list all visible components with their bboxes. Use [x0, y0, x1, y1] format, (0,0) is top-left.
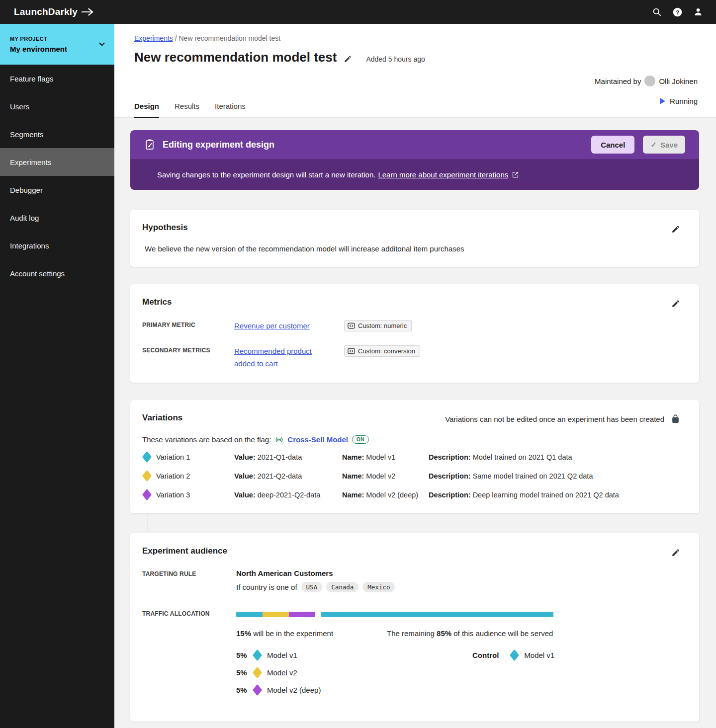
targeting-rule-name: North American Customers [236, 569, 395, 577]
country-pill-mexico: Mexico [362, 582, 395, 592]
variation-label: Variation 1 [156, 453, 190, 461]
variation-row: Variation 1 Value: 2021-Q1-data Name: Mo… [142, 451, 687, 463]
flag-link[interactable]: Cross-Sell Model [287, 435, 348, 444]
breadcrumb-experiments-link[interactable]: Experiments [134, 34, 173, 42]
variation-value: Value: deep-2021-Q2-data [234, 491, 342, 499]
variation-diamond-icon [142, 470, 152, 482]
save-button-label: Save [660, 141, 678, 149]
allocation-diamond-icon [253, 667, 262, 678]
variation-id: Variation 3 [142, 489, 234, 500]
edit-hypothesis-pencil-icon[interactable] [671, 225, 680, 234]
variations-head: Variations Variations can not be edited … [142, 413, 687, 424]
external-link-icon [512, 171, 519, 178]
traffic-allocation-bar [236, 612, 553, 617]
allocation-label: Model v1 [267, 651, 297, 659]
edit-metrics-pencil-icon[interactable] [671, 299, 680, 308]
top-bar: LaunchDarkly ? [0, 0, 716, 24]
sidebar-item-label: Audit log [10, 214, 39, 222]
sidebar-item-integrations[interactable]: Integrations [0, 232, 114, 259]
editing-banner-top: Editing experiment design Cancel ✓ Save [130, 130, 699, 159]
tab-design[interactable]: Design [134, 102, 159, 118]
breadcrumb-current: New recommendation model test [179, 34, 280, 42]
allocation-label: Model v2 (deep) [267, 686, 321, 694]
variation-id: Variation 1 [142, 451, 234, 463]
control-diamond-icon [510, 649, 519, 661]
traffic-allocation-row: TRAFFIC ALLOCATION 15% will [142, 610, 687, 702]
tab-iterations[interactable]: Iterations [215, 102, 246, 118]
tab-results[interactable]: Results [175, 102, 199, 118]
launchdarkly-logo[interactable]: LaunchDarkly [14, 6, 94, 17]
secondary-metric-row: SECONDARY METRICS Recommended product ad… [142, 345, 687, 370]
allocation-row: 5% Model v2 (deep) [236, 684, 687, 696]
search-icon[interactable] [652, 7, 662, 17]
status-row: Running [595, 97, 698, 105]
variations-lock-note: Variations can not be edited once an exp… [445, 413, 680, 424]
targeting-rule-row: TARGETING RULE North American Customers … [142, 569, 687, 592]
logo-text: LaunchDarkly [14, 6, 78, 17]
flag-intro-text: These variations are based on the flag: [142, 435, 271, 444]
bar-segment-model-v2-deep [289, 612, 315, 617]
sidebar-item-feature-flags[interactable]: Feature flags [0, 65, 114, 92]
primary-metric-row: PRIMARY METRIC Revenue per customer Cust… [142, 320, 687, 332]
allocation-row: 5% Model v1 [236, 649, 687, 661]
sidebar-item-label: Feature flags [10, 75, 54, 83]
secondary-metric-link[interactable]: Recommended product added to cart [234, 345, 322, 370]
save-button[interactable]: ✓ Save [643, 136, 685, 154]
cancel-button[interactable]: Cancel [591, 136, 634, 154]
editing-banner-message: Saving changes to the experiment design … [130, 159, 699, 190]
primary-metric-link[interactable]: Revenue per customer [234, 320, 310, 332]
check-icon: ✓ [650, 140, 657, 149]
sidebar-item-segments[interactable]: Segments [0, 120, 114, 148]
header-right: Maintained by Olli Jokinen Running [595, 76, 698, 105]
maintained-by-label: Maintained by [595, 77, 641, 85]
flag-line: These variations are based on the flag: … [142, 435, 687, 444]
banner-message: Saving changes to the experiment design … [157, 170, 375, 179]
maintainer-name: Olli Jokinen [659, 77, 698, 85]
bar-segment-remaining [321, 612, 553, 617]
variation-label: Variation 3 [156, 491, 190, 499]
help-icon[interactable]: ? [672, 7, 683, 17]
variation-name: Name: Model v1 [342, 453, 429, 461]
traffic-texts: 15% will be in the experiment The remain… [236, 629, 687, 638]
primary-metric-label: PRIMARY METRIC [142, 320, 234, 328]
sidebar-item-debugger[interactable]: Debugger [0, 176, 114, 204]
code-icon [348, 322, 355, 329]
sidebar-item-label: Debugger [10, 186, 43, 194]
user-account-icon[interactable] [693, 7, 703, 17]
sidebar-item-audit-log[interactable]: Audit log [0, 204, 114, 232]
experiment-share-text: 15% will be in the experiment [236, 629, 387, 638]
allocation-diamond-icon [253, 684, 262, 696]
variation-diamond-icon [142, 489, 152, 500]
edit-title-pencil-icon[interactable] [344, 55, 352, 63]
hypothesis-text: We believe the new version of the recomm… [142, 244, 687, 253]
learn-more-link[interactable]: Learn more about experiment iterations [378, 170, 519, 179]
sidebar-item-users[interactable]: Users [0, 92, 114, 120]
sidebar-item-experiments[interactable]: Experiments [0, 148, 114, 176]
banner-title: Editing experiment design [163, 140, 274, 150]
allocation-row: 5% Model v2 [236, 667, 687, 678]
editing-banner: Editing experiment design Cancel ✓ Save … [130, 130, 699, 190]
main-content: Experiments / New recommendation model t… [114, 24, 716, 728]
secondary-metric-badge-label: Custom: conversion [358, 347, 415, 355]
edit-audience-pencil-icon[interactable] [671, 548, 680, 557]
flag-on-badge: ON [352, 435, 369, 444]
variation-diamond-icon [142, 451, 152, 463]
variation-description: Description: Deep learning model trained… [429, 491, 619, 499]
control-row: Control Model v1 [472, 649, 554, 661]
svg-text:?: ? [676, 8, 679, 15]
condition-text: If country is one of [236, 583, 297, 591]
sidebar-item-account-settings[interactable]: Account settings [0, 259, 114, 287]
variation-row: Variation 3 Value: deep-2021-Q2-data Nam… [142, 489, 687, 500]
environment-switcher[interactable]: MY PROJECT My environment [0, 24, 114, 65]
variation-rows: Variation 1 Value: 2021-Q1-data Name: Mo… [142, 451, 687, 500]
variation-name: Name: Model v2 [342, 472, 429, 480]
banner-actions: Cancel ✓ Save [591, 136, 685, 154]
allocation-label: Model v2 [267, 668, 297, 677]
chevron-down-icon [97, 40, 106, 49]
page-header: Experiments / New recommendation model t… [114, 24, 716, 118]
bar-segment-gap [315, 612, 321, 617]
sidebar-item-label: Integrations [10, 242, 49, 250]
control-variant: Model v1 [524, 651, 554, 659]
variation-id: Variation 2 [142, 470, 234, 482]
traffic-allocation-label: TRAFFIC ALLOCATION [142, 610, 236, 617]
